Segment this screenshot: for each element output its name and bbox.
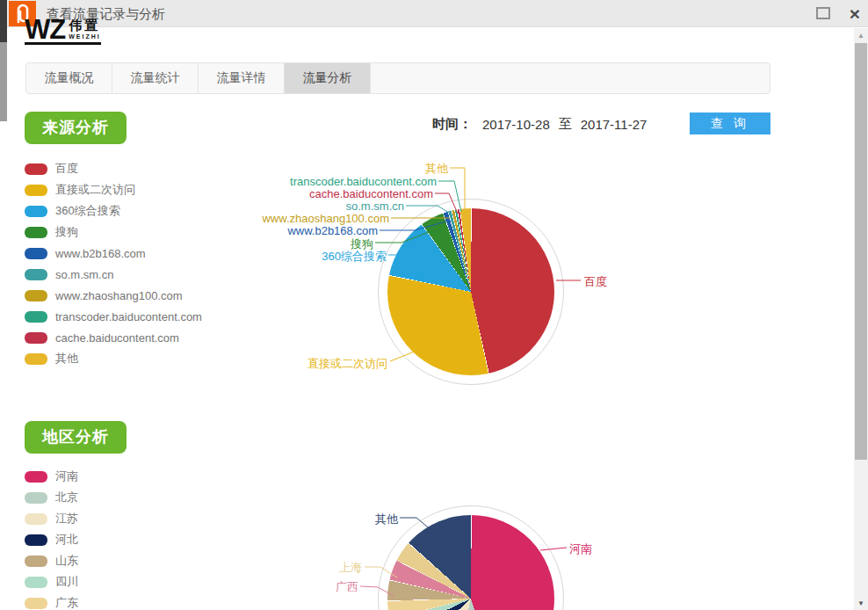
legend-label: 搜狗 bbox=[55, 224, 78, 240]
region-analysis-header: 地区分析 bbox=[25, 421, 127, 454]
legend-swatch bbox=[25, 290, 47, 301]
legend-item[interactable]: 广东 bbox=[25, 592, 78, 610]
legend-label: 江苏 bbox=[55, 511, 78, 526]
region-legend: 河南北京江苏河北山东四川广东 bbox=[25, 466, 78, 610]
legend-swatch bbox=[25, 492, 47, 504]
dialog-titlebar: 查看流量记录与分析 × bbox=[7, 0, 868, 27]
legend-label: 直接或二次访问 bbox=[55, 182, 135, 198]
tab-traffic-overview[interactable]: 流量概况 bbox=[26, 63, 112, 93]
legend-swatch bbox=[25, 248, 47, 259]
traffic-analysis-dialog: 查看流量记录与分析 × WZ 伟置 WEIZHI 流量概况 流量统计 流量详情 … bbox=[0, 0, 868, 610]
legend-label: 河南 bbox=[55, 468, 78, 484]
legend-swatch bbox=[25, 577, 47, 588]
pie-slice-label: transcoder.baiducontent.com bbox=[290, 175, 437, 188]
pie-slice-label: 其他 bbox=[375, 512, 398, 527]
query-button[interactable]: 查 询 bbox=[690, 113, 770, 134]
pie-slice-label: cache.baiducontent.com bbox=[309, 187, 433, 200]
pie-slice-label: 上海 bbox=[339, 560, 362, 576]
legend-swatch bbox=[25, 185, 47, 196]
scrollbar: ▲ ▼ bbox=[854, 28, 868, 610]
source-pie-chart[interactable] bbox=[387, 208, 554, 375]
site-logo-en: WEIZHI bbox=[69, 33, 101, 40]
legend-swatch bbox=[25, 598, 47, 609]
legend-label: www.b2b168.com bbox=[55, 247, 146, 260]
legend-label: 四川 bbox=[55, 574, 78, 590]
legend-label: so.m.sm.cn bbox=[55, 268, 113, 281]
legend-swatch bbox=[25, 163, 47, 175]
legend-label: 广东 bbox=[55, 595, 78, 610]
site-logo-cn: 伟置 bbox=[69, 18, 101, 33]
maximize-button[interactable] bbox=[816, 7, 830, 19]
start-date-field[interactable]: 2017-10-28 bbox=[482, 117, 550, 132]
legend-item[interactable]: 山东 bbox=[25, 550, 78, 571]
legend-label: 北京 bbox=[55, 490, 78, 505]
site-logo-short: WZ bbox=[25, 18, 65, 41]
page-background-strip bbox=[0, 42, 7, 121]
end-date-field[interactable]: 2017-11-27 bbox=[581, 117, 647, 132]
tab-traffic-details[interactable]: 流量详情 bbox=[199, 63, 285, 93]
close-icon[interactable]: × bbox=[845, 0, 864, 27]
legend-item[interactable]: 360综合搜索 bbox=[25, 200, 202, 221]
legend-item[interactable]: transcoder.baiducontent.com bbox=[25, 306, 202, 327]
legend-item[interactable]: 河北 bbox=[25, 529, 78, 550]
legend-label: 河北 bbox=[55, 532, 78, 548]
pie-slice-label: 百度 bbox=[584, 274, 607, 290]
pie-slice-label: www.zhaoshang100.com bbox=[262, 212, 389, 225]
legend-swatch bbox=[25, 471, 47, 483]
site-logo: WZ 伟置 WEIZHI bbox=[25, 18, 101, 45]
legend-label: 山东 bbox=[55, 553, 78, 569]
legend-label: 其他 bbox=[55, 351, 78, 367]
legend-swatch bbox=[25, 534, 47, 546]
date-filter: 时间： 2017-10-28 至 2017-11-27 bbox=[432, 116, 652, 133]
legend-item[interactable]: 搜狗 bbox=[25, 221, 202, 243]
legend-swatch bbox=[25, 269, 47, 280]
source-analysis-header: 来源分析 bbox=[25, 112, 127, 144]
legend-item[interactable]: 河南 bbox=[25, 466, 78, 487]
legend-label: cache.baiducontent.com bbox=[55, 331, 179, 345]
tab-traffic-analysis[interactable]: 流量分析 bbox=[285, 63, 371, 93]
legend-item[interactable]: so.m.sm.cn bbox=[25, 264, 202, 285]
tab-traffic-stats[interactable]: 流量统计 bbox=[112, 63, 199, 93]
legend-label: www.zhaoshang100.com bbox=[55, 289, 183, 302]
legend-item[interactable]: cache.baiducontent.com bbox=[25, 327, 202, 348]
legend-item[interactable]: www.zhaoshang100.com bbox=[25, 285, 202, 306]
legend-item[interactable]: 四川 bbox=[25, 571, 78, 592]
pie-slice-label: 广西 bbox=[336, 579, 358, 595]
pie-slice-label: so.m.sm.cn bbox=[346, 200, 404, 213]
legend-item[interactable]: www.b2b168.com bbox=[25, 243, 202, 264]
source-legend: 百度直接或二次访问360综合搜索搜狗www.b2b168.comso.m.sm.… bbox=[25, 158, 202, 369]
to-label: 至 bbox=[559, 116, 572, 133]
legend-swatch bbox=[25, 206, 47, 217]
legend-swatch bbox=[25, 513, 47, 525]
legend-label: 360综合搜索 bbox=[55, 203, 120, 219]
time-label: 时间： bbox=[432, 116, 472, 133]
scroll-down-icon[interactable]: ▼ bbox=[854, 598, 868, 610]
legend-label: transcoder.baiducontent.com bbox=[55, 310, 202, 323]
scroll-up-icon[interactable]: ▲ bbox=[854, 30, 868, 42]
legend-swatch bbox=[25, 332, 47, 344]
legend-swatch bbox=[25, 353, 47, 365]
legend-swatch bbox=[25, 311, 47, 323]
traffic-tabs: 流量概况 流量统计 流量详情 流量分析 bbox=[25, 62, 770, 94]
pie-slice-label: 河南 bbox=[569, 541, 592, 557]
pie-slice-label: www.b2b168.com bbox=[287, 224, 378, 237]
pie-slice-label: 直接或二次访问 bbox=[307, 356, 387, 372]
page-background-strip bbox=[0, 0, 7, 42]
legend-item[interactable]: 江苏 bbox=[25, 508, 78, 529]
legend-item[interactable]: 直接或二次访问 bbox=[25, 179, 202, 200]
legend-item[interactable]: 其他 bbox=[25, 348, 202, 369]
scrollbar-thumb[interactable] bbox=[855, 43, 867, 460]
pie-slice-label: 360综合搜索 bbox=[322, 249, 387, 265]
legend-label: 百度 bbox=[55, 161, 78, 177]
legend-item[interactable]: 百度 bbox=[25, 158, 202, 179]
legend-swatch bbox=[25, 227, 47, 238]
legend-item[interactable]: 北京 bbox=[25, 487, 78, 508]
legend-swatch bbox=[25, 556, 47, 567]
